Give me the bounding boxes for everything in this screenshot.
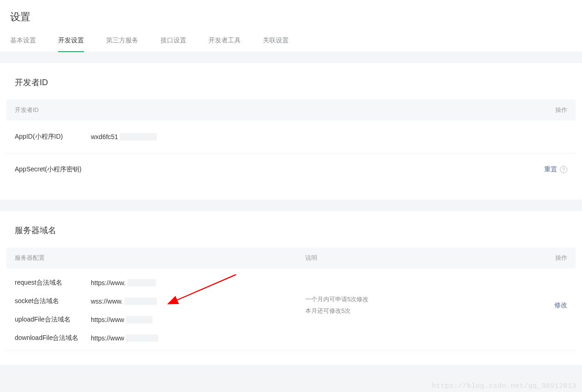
developer-id-head-right: 操作 xyxy=(555,106,567,114)
tab-linked-settings[interactable]: 关联设置 xyxy=(263,30,289,52)
modify-button[interactable]: 修改 xyxy=(549,269,567,342)
appid-row: AppID(小程序ID) wxd6fc51 xyxy=(6,121,576,153)
tab-devtools[interactable]: 开发者工具 xyxy=(208,30,241,52)
server-domain-head-col3: 操作 xyxy=(555,254,567,262)
tab-basic-settings[interactable]: 基本设置 xyxy=(10,30,36,52)
tab-third-party[interactable]: 第三方服务 xyxy=(106,30,138,52)
server-domain-head-col1: 服务器配置 xyxy=(15,254,305,262)
value-mask xyxy=(126,334,158,342)
developer-id-head-left: 开发者ID xyxy=(15,106,555,114)
appid-value: wxd6fc51 xyxy=(91,133,157,140)
table-row: socket合法域名 wss://www. xyxy=(15,287,305,305)
appid-value-text: wxd6fc51 xyxy=(91,133,118,140)
table-row: uploadFile合法域名 https://www xyxy=(15,305,305,324)
request-domain-value: https://www. xyxy=(91,279,156,287)
download-domain-value-text: https://www xyxy=(91,334,124,342)
download-domain-label: downloadFile合法域名 xyxy=(15,334,91,342)
request-domain-value-text: https://www. xyxy=(91,279,125,287)
appid-value-mask xyxy=(120,133,157,140)
appid-label: AppID(小程序ID) xyxy=(15,133,91,141)
table-row: request合法域名 https://www. xyxy=(15,269,305,287)
desc-line1: 一个月内可申请5次修改 xyxy=(305,294,549,305)
server-domain-rows: request合法域名 https://www. socket合法域名 wss:… xyxy=(15,269,305,342)
appsecret-label: AppSecret(小程序密钥) xyxy=(15,165,82,174)
reset-label: 重置 xyxy=(544,165,557,174)
desc-line2: 本月还可修改5次 xyxy=(305,305,549,317)
socket-domain-value: wss://www. xyxy=(91,298,157,305)
server-domain-head-col2: 说明 xyxy=(305,254,555,262)
upload-domain-label: uploadFile合法域名 xyxy=(15,316,91,324)
server-domain-desc: 一个月内可申请5次修改 本月还可修改5次 xyxy=(305,269,549,342)
value-mask xyxy=(125,298,157,305)
page-title: 设置 xyxy=(0,0,582,29)
server-domain-table-head: 服务器配置 说明 操作 xyxy=(6,247,576,269)
socket-domain-value-text: wss://www. xyxy=(91,298,123,305)
server-domain-section: 服务器域名 服务器配置 说明 操作 request合法域名 https://ww… xyxy=(0,211,582,365)
developer-id-title: 开发者ID xyxy=(6,77,576,99)
value-mask xyxy=(126,316,153,323)
developer-id-table-head: 开发者ID 操作 xyxy=(6,99,576,121)
upload-domain-value: https://www xyxy=(91,316,153,323)
socket-domain-label: socket合法域名 xyxy=(15,297,91,305)
upload-domain-value-text: https://www xyxy=(91,316,124,323)
appsecret-row: AppSecret(小程序密钥) 重置 ? xyxy=(6,153,576,186)
server-domain-body: request合法域名 https://www. socket合法域名 wss:… xyxy=(6,269,576,351)
table-row: downloadFile合法域名 https://www xyxy=(15,324,305,342)
help-icon[interactable]: ? xyxy=(560,166,567,173)
tabs: 基本设置 开发设置 第三方服务 接口设置 开发者工具 关联设置 xyxy=(0,29,582,52)
modify-label: 修改 xyxy=(554,301,567,310)
tab-api-settings[interactable]: 接口设置 xyxy=(160,30,186,52)
header-card: 设置 基本设置 开发设置 第三方服务 接口设置 开发者工具 关联设置 xyxy=(0,0,582,52)
reset-button[interactable]: 重置 ? xyxy=(544,165,567,174)
request-domain-label: request合法域名 xyxy=(15,279,91,287)
value-mask xyxy=(127,279,156,287)
download-domain-value: https://www xyxy=(91,334,158,342)
tab-dev-settings[interactable]: 开发设置 xyxy=(58,30,84,52)
server-domain-title: 服务器域名 xyxy=(6,225,576,247)
developer-id-section: 开发者ID 开发者ID 操作 AppID(小程序ID) wxd6fc51 App… xyxy=(0,63,582,199)
